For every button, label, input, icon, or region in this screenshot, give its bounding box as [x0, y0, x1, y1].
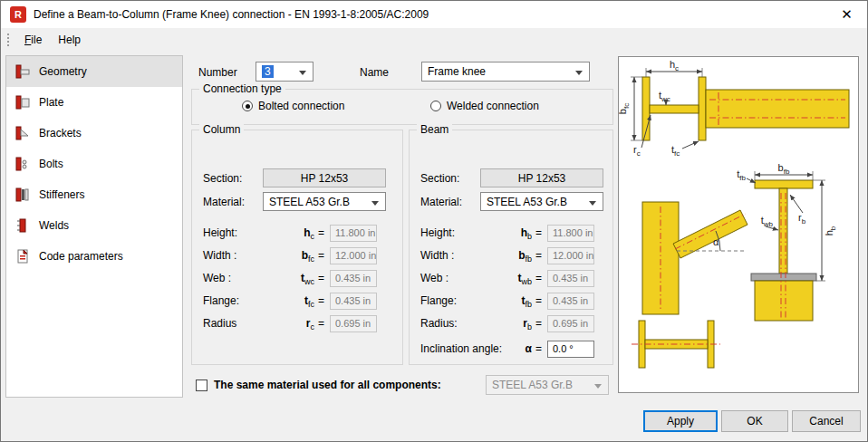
twb-callout: twb	[761, 215, 778, 230]
plate-icon	[14, 94, 31, 110]
sidebar-item-label: Code parameters	[39, 250, 123, 263]
beam-group-label: Beam	[417, 123, 452, 136]
number-value: 3	[262, 65, 274, 78]
menu-file[interactable]: File	[16, 31, 50, 49]
beam-radius-label: Radius:	[420, 317, 458, 330]
chevron-down-icon	[299, 71, 306, 75]
sidebar-item-brackets[interactable]: Brackets	[6, 118, 182, 149]
beam-web-row: Web : twb= 0.435 in	[420, 270, 605, 288]
beam-material-dropdown[interactable]: STEEL A53 Gr.B	[480, 192, 603, 211]
bfb-dim-label: bfb	[778, 162, 790, 176]
bolted-connection-radio[interactable]: Bolted connection	[242, 100, 344, 112]
welded-connection-label: Welded connection	[447, 100, 539, 112]
sidebar-item-stiffeners[interactable]: Stiffeners	[6, 179, 182, 210]
sidebar-item-label: Plate	[39, 96, 63, 109]
column-right-flange	[699, 77, 706, 140]
connection-diagram: hc bfc twc tfc rc	[619, 57, 858, 392]
chevron-down-icon	[371, 201, 379, 206]
column-flange-symbol: tfc=	[272, 294, 324, 309]
close-icon: ✕	[841, 6, 853, 23]
hc-dimension: hc	[646, 59, 702, 77]
app-icon: R	[10, 6, 26, 23]
connection-plate	[751, 274, 816, 281]
beam-web-symbol: twb=	[489, 272, 542, 286]
beam-section-button[interactable]: HP 12x53	[480, 168, 603, 187]
radio-icon	[430, 101, 441, 111]
stiffeners-icon	[14, 187, 31, 203]
sidebar-item-plate[interactable]: Plate	[6, 87, 182, 118]
column-web-field: 0.435 in	[330, 270, 377, 287]
sidebar-item-bolts[interactable]: Bolts	[6, 149, 182, 179]
beam-web-label: Web :	[420, 272, 448, 284]
column-flange-row: Flange: tfc= 0.435 in	[203, 293, 388, 311]
rb-label: rb	[798, 212, 806, 226]
close-button[interactable]: ✕	[826, 1, 867, 28]
beam-flange-label: Flange:	[420, 294, 457, 307]
sidebar-item-welds[interactable]: Welds	[6, 210, 182, 241]
column-section-value: HP 12x53	[301, 172, 348, 185]
cancel-button[interactable]: Cancel	[792, 410, 861, 432]
beam-inclination-row: Inclination angle: α= 0.0 °	[420, 341, 605, 359]
same-material-label[interactable]: The same material used for all component…	[214, 379, 441, 391]
beam-group: Beam Section: HP 12x53 Material: STEEL A…	[409, 130, 613, 365]
sidebar-item-geometry[interactable]: Geometry	[6, 56, 182, 87]
number-dropdown[interactable]: 3	[256, 62, 313, 82]
beam-plan-band	[706, 90, 849, 128]
column-below-plate	[755, 281, 813, 321]
menu-help[interactable]: Help	[50, 31, 89, 49]
sidebar-item-label: Welds	[39, 219, 69, 232]
bolts-icon	[14, 156, 31, 172]
ok-button[interactable]: OK	[721, 410, 788, 432]
column-material-dropdown[interactable]: STEEL A53 Gr.B	[263, 192, 386, 211]
beam-width-field: 12.000 in	[547, 247, 594, 264]
brackets-icon	[14, 125, 31, 141]
name-dropdown[interactable]: Frame knee	[421, 62, 590, 82]
same-material-value: STEEL A53 Gr.B	[492, 379, 573, 391]
beam-radius-row: Radius: rb= 0.695 in	[420, 315, 605, 333]
hb-dim-label: hb	[824, 226, 837, 235]
beam-width-symbol: bfb=	[489, 249, 542, 264]
column-width-row: Width : bfc= 12.000 in	[203, 247, 388, 265]
geometry-icon	[14, 63, 31, 80]
beam-web-field: 0.435 in	[547, 270, 594, 287]
toolbar-drag-handle[interactable]	[7, 34, 9, 46]
dialog-window: R Define a Beam-to-Column (Frame Knee) c…	[0, 0, 868, 442]
app-icon-letter: R	[14, 9, 22, 20]
same-material-checkbox[interactable]	[196, 380, 207, 391]
column-group-label: Column	[199, 123, 244, 136]
beam-flange-symbol: tfb=	[489, 294, 542, 309]
column-height-symbol: hc=	[272, 226, 324, 241]
beam-material-label: Material:	[420, 196, 462, 208]
number-label: Number	[198, 66, 237, 79]
column-radius-label: Radius	[203, 317, 236, 330]
apply-button[interactable]: Apply	[643, 410, 718, 432]
beam-profile-bottom	[632, 321, 720, 368]
sidebar-item-label: Geometry	[39, 65, 87, 78]
connection-type-group-label: Connection type	[199, 82, 285, 95]
beam-width-label: Width :	[420, 249, 454, 262]
beam-web	[779, 188, 787, 274]
bolted-connection-label: Bolted connection	[258, 100, 344, 112]
twc-callout: twc	[659, 90, 670, 105]
hb-dimension: hb	[813, 180, 837, 281]
beam-flange-row: Flange: tfb= 0.435 in	[420, 293, 605, 311]
sidebar-item-code-parameters[interactable]: Code parameters	[6, 241, 182, 272]
beam-height-field: 11.800 in	[547, 225, 594, 242]
column-material-value: STEEL A53 Gr.B	[269, 196, 350, 208]
column-height-label: Height:	[203, 226, 237, 239]
column-width-label: Width :	[203, 249, 236, 262]
column-section-button[interactable]: HP 12x53	[263, 168, 386, 187]
inclination-angle-input[interactable]: 0.0 °	[547, 341, 594, 358]
tfb-label: tfb	[737, 168, 746, 182]
column-web-symbol: twc=	[272, 272, 324, 286]
bfc-dimension: bfc	[619, 77, 642, 140]
column-width-symbol: bfc=	[272, 249, 324, 264]
rb-callout: rb	[790, 195, 806, 226]
connection-type-group: Connection type Bolted connection Welded…	[191, 89, 613, 125]
chevron-down-icon	[594, 384, 602, 389]
alpha-label: α	[713, 236, 719, 247]
hc-dim-label: hc	[670, 59, 679, 72]
column-height-field: 11.800 in	[330, 225, 377, 242]
welded-connection-radio[interactable]: Welded connection	[430, 100, 539, 112]
welds-icon	[14, 217, 31, 234]
